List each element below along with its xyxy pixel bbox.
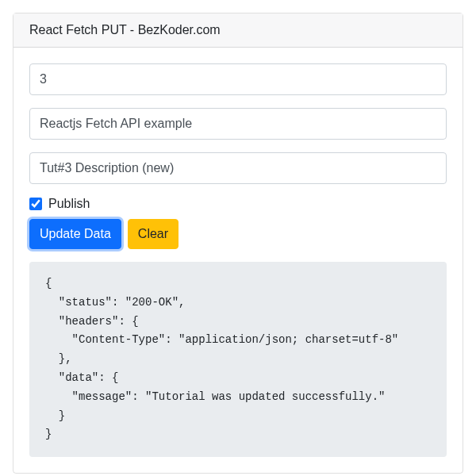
- description-input[interactable]: [29, 152, 447, 184]
- update-button[interactable]: Update Data: [29, 219, 121, 249]
- card-body: Publish Update Data Clear { "status": "2…: [13, 48, 463, 473]
- publish-label: Publish: [48, 197, 90, 211]
- button-row: Update Data Clear: [29, 219, 447, 249]
- card: React Fetch PUT - BezKoder.com Publish U…: [13, 13, 463, 474]
- card-title: React Fetch PUT - BezKoder.com: [29, 23, 221, 36]
- response-output: { "status": "200-OK", "headers": { "Cont…: [29, 262, 447, 457]
- publish-checkbox[interactable]: [29, 198, 42, 210]
- title-input[interactable]: [29, 108, 447, 140]
- publish-check: Publish: [29, 197, 447, 211]
- id-input[interactable]: [29, 63, 447, 95]
- card-header: React Fetch PUT - BezKoder.com: [13, 13, 463, 48]
- clear-button[interactable]: Clear: [128, 219, 178, 249]
